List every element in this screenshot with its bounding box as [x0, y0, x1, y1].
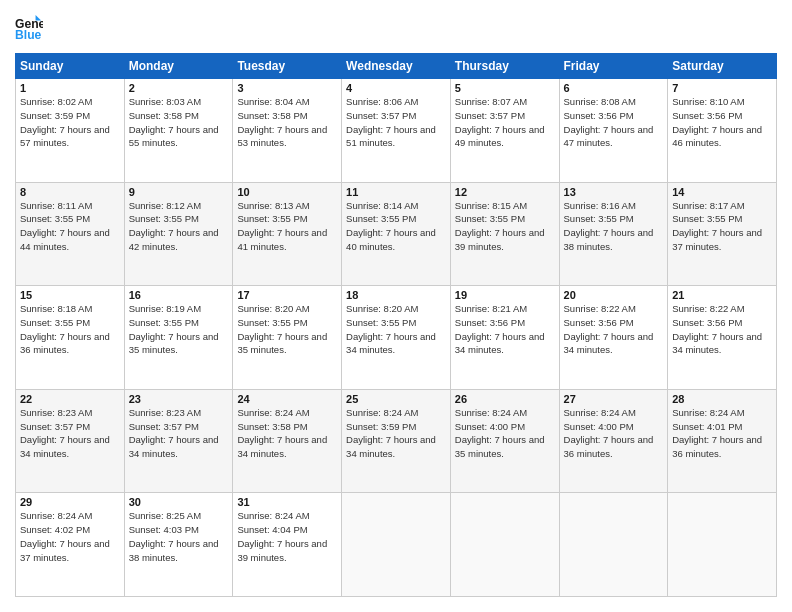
day-info: Sunrise: 8:04 AMSunset: 3:58 PMDaylight:… [237, 95, 337, 150]
calendar-cell: 27Sunrise: 8:24 AMSunset: 4:00 PMDayligh… [559, 389, 668, 493]
day-number: 8 [20, 186, 120, 198]
day-number: 27 [564, 393, 664, 405]
calendar-cell: 11Sunrise: 8:14 AMSunset: 3:55 PMDayligh… [342, 182, 451, 286]
logo: General Blue [15, 15, 43, 43]
day-number: 4 [346, 82, 446, 94]
day-number: 21 [672, 289, 772, 301]
day-number: 24 [237, 393, 337, 405]
day-info: Sunrise: 8:24 AMSunset: 4:02 PMDaylight:… [20, 509, 120, 564]
day-info: Sunrise: 8:23 AMSunset: 3:57 PMDaylight:… [20, 406, 120, 461]
day-info: Sunrise: 8:03 AMSunset: 3:58 PMDaylight:… [129, 95, 229, 150]
calendar-cell: 10Sunrise: 8:13 AMSunset: 3:55 PMDayligh… [233, 182, 342, 286]
calendar-cell: 26Sunrise: 8:24 AMSunset: 4:00 PMDayligh… [450, 389, 559, 493]
calendar-cell: 12Sunrise: 8:15 AMSunset: 3:55 PMDayligh… [450, 182, 559, 286]
logo-icon: General Blue [15, 15, 43, 43]
calendar-cell: 23Sunrise: 8:23 AMSunset: 3:57 PMDayligh… [124, 389, 233, 493]
day-info: Sunrise: 8:24 AMSunset: 4:01 PMDaylight:… [672, 406, 772, 461]
day-info: Sunrise: 8:11 AMSunset: 3:55 PMDaylight:… [20, 199, 120, 254]
weekday-header-tuesday: Tuesday [233, 54, 342, 79]
calendar-cell: 30Sunrise: 8:25 AMSunset: 4:03 PMDayligh… [124, 493, 233, 597]
weekday-header-row: SundayMondayTuesdayWednesdayThursdayFrid… [16, 54, 777, 79]
calendar-cell: 17Sunrise: 8:20 AMSunset: 3:55 PMDayligh… [233, 286, 342, 390]
calendar-cell [450, 493, 559, 597]
day-info: Sunrise: 8:16 AMSunset: 3:55 PMDaylight:… [564, 199, 664, 254]
day-number: 6 [564, 82, 664, 94]
day-info: Sunrise: 8:22 AMSunset: 3:56 PMDaylight:… [672, 302, 772, 357]
day-info: Sunrise: 8:24 AMSunset: 3:58 PMDaylight:… [237, 406, 337, 461]
day-number: 13 [564, 186, 664, 198]
day-info: Sunrise: 8:07 AMSunset: 3:57 PMDaylight:… [455, 95, 555, 150]
day-number: 25 [346, 393, 446, 405]
day-info: Sunrise: 8:18 AMSunset: 3:55 PMDaylight:… [20, 302, 120, 357]
day-number: 30 [129, 496, 229, 508]
day-number: 2 [129, 82, 229, 94]
calendar-cell: 20Sunrise: 8:22 AMSunset: 3:56 PMDayligh… [559, 286, 668, 390]
header: General Blue [15, 15, 777, 43]
calendar-cell: 6Sunrise: 8:08 AMSunset: 3:56 PMDaylight… [559, 79, 668, 183]
day-number: 16 [129, 289, 229, 301]
calendar-cell: 21Sunrise: 8:22 AMSunset: 3:56 PMDayligh… [668, 286, 777, 390]
calendar-cell [559, 493, 668, 597]
day-number: 18 [346, 289, 446, 301]
day-number: 31 [237, 496, 337, 508]
calendar-cell: 31Sunrise: 8:24 AMSunset: 4:04 PMDayligh… [233, 493, 342, 597]
calendar-cell: 15Sunrise: 8:18 AMSunset: 3:55 PMDayligh… [16, 286, 125, 390]
day-info: Sunrise: 8:20 AMSunset: 3:55 PMDaylight:… [346, 302, 446, 357]
day-info: Sunrise: 8:24 AMSunset: 3:59 PMDaylight:… [346, 406, 446, 461]
calendar-cell [342, 493, 451, 597]
calendar-cell: 29Sunrise: 8:24 AMSunset: 4:02 PMDayligh… [16, 493, 125, 597]
day-number: 1 [20, 82, 120, 94]
week-row-1: 1Sunrise: 8:02 AMSunset: 3:59 PMDaylight… [16, 79, 777, 183]
week-row-4: 22Sunrise: 8:23 AMSunset: 3:57 PMDayligh… [16, 389, 777, 493]
day-number: 14 [672, 186, 772, 198]
week-row-2: 8Sunrise: 8:11 AMSunset: 3:55 PMDaylight… [16, 182, 777, 286]
day-info: Sunrise: 8:08 AMSunset: 3:56 PMDaylight:… [564, 95, 664, 150]
day-number: 3 [237, 82, 337, 94]
calendar-cell: 19Sunrise: 8:21 AMSunset: 3:56 PMDayligh… [450, 286, 559, 390]
day-number: 26 [455, 393, 555, 405]
day-info: Sunrise: 8:24 AMSunset: 4:04 PMDaylight:… [237, 509, 337, 564]
day-info: Sunrise: 8:17 AMSunset: 3:55 PMDaylight:… [672, 199, 772, 254]
day-number: 17 [237, 289, 337, 301]
calendar-cell: 3Sunrise: 8:04 AMSunset: 3:58 PMDaylight… [233, 79, 342, 183]
calendar-cell: 5Sunrise: 8:07 AMSunset: 3:57 PMDaylight… [450, 79, 559, 183]
calendar-table: SundayMondayTuesdayWednesdayThursdayFrid… [15, 53, 777, 597]
weekday-header-monday: Monday [124, 54, 233, 79]
week-row-5: 29Sunrise: 8:24 AMSunset: 4:02 PMDayligh… [16, 493, 777, 597]
calendar-cell: 2Sunrise: 8:03 AMSunset: 3:58 PMDaylight… [124, 79, 233, 183]
day-info: Sunrise: 8:23 AMSunset: 3:57 PMDaylight:… [129, 406, 229, 461]
day-info: Sunrise: 8:13 AMSunset: 3:55 PMDaylight:… [237, 199, 337, 254]
page: General Blue SundayMondayTuesdayWednesda… [0, 0, 792, 612]
calendar-cell: 9Sunrise: 8:12 AMSunset: 3:55 PMDaylight… [124, 182, 233, 286]
day-number: 15 [20, 289, 120, 301]
calendar-cell: 14Sunrise: 8:17 AMSunset: 3:55 PMDayligh… [668, 182, 777, 286]
day-info: Sunrise: 8:12 AMSunset: 3:55 PMDaylight:… [129, 199, 229, 254]
calendar-cell: 13Sunrise: 8:16 AMSunset: 3:55 PMDayligh… [559, 182, 668, 286]
day-number: 19 [455, 289, 555, 301]
calendar-cell: 1Sunrise: 8:02 AMSunset: 3:59 PMDaylight… [16, 79, 125, 183]
day-number: 11 [346, 186, 446, 198]
day-number: 12 [455, 186, 555, 198]
day-number: 23 [129, 393, 229, 405]
calendar-cell: 4Sunrise: 8:06 AMSunset: 3:57 PMDaylight… [342, 79, 451, 183]
day-info: Sunrise: 8:20 AMSunset: 3:55 PMDaylight:… [237, 302, 337, 357]
weekday-header-saturday: Saturday [668, 54, 777, 79]
day-info: Sunrise: 8:06 AMSunset: 3:57 PMDaylight:… [346, 95, 446, 150]
day-info: Sunrise: 8:25 AMSunset: 4:03 PMDaylight:… [129, 509, 229, 564]
calendar-cell [668, 493, 777, 597]
calendar-cell: 28Sunrise: 8:24 AMSunset: 4:01 PMDayligh… [668, 389, 777, 493]
day-info: Sunrise: 8:24 AMSunset: 4:00 PMDaylight:… [455, 406, 555, 461]
svg-text:Blue: Blue [15, 28, 42, 42]
day-info: Sunrise: 8:21 AMSunset: 3:56 PMDaylight:… [455, 302, 555, 357]
calendar-cell: 18Sunrise: 8:20 AMSunset: 3:55 PMDayligh… [342, 286, 451, 390]
day-number: 7 [672, 82, 772, 94]
day-info: Sunrise: 8:14 AMSunset: 3:55 PMDaylight:… [346, 199, 446, 254]
calendar-cell: 24Sunrise: 8:24 AMSunset: 3:58 PMDayligh… [233, 389, 342, 493]
day-number: 20 [564, 289, 664, 301]
day-number: 22 [20, 393, 120, 405]
weekday-header-thursday: Thursday [450, 54, 559, 79]
day-info: Sunrise: 8:19 AMSunset: 3:55 PMDaylight:… [129, 302, 229, 357]
calendar-cell: 8Sunrise: 8:11 AMSunset: 3:55 PMDaylight… [16, 182, 125, 286]
weekday-header-friday: Friday [559, 54, 668, 79]
calendar-cell: 22Sunrise: 8:23 AMSunset: 3:57 PMDayligh… [16, 389, 125, 493]
